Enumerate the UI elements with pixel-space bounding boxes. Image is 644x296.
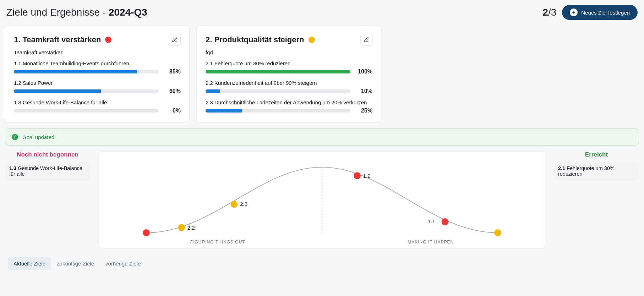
kr-progress-fill — [206, 70, 350, 73]
kr-progress-fill — [206, 89, 220, 93]
kr-progress-fill — [14, 70, 137, 73]
svg-text:1.1: 1.1 — [428, 218, 435, 224]
goal-cards-row: 1. Teamkraft verstärken Teamkraft verstä… — [5, 26, 639, 123]
edit-icon — [172, 37, 178, 43]
done-item[interactable]: 2.1 Fehlerquote um 30% reduzieren — [554, 162, 639, 180]
chart-right-label: MAKING IT HAPPEN — [408, 240, 454, 245]
done-title: Erreicht — [554, 151, 639, 158]
kr-id: 2.1 — [558, 165, 565, 171]
svg-text:2.2: 2.2 — [187, 225, 195, 231]
kr-label: 2.2 Kundenzufriedenheit auf über 90% ste… — [206, 80, 372, 86]
page-title: Ziele und Ergebnisse - 2024-Q3 — [6, 7, 147, 18]
page-header: Ziele und Ergebnisse - 2024-Q3 2/3 + Neu… — [5, 5, 639, 20]
goal-title: 1. Teamkraft verstärken — [14, 35, 101, 44]
svg-point-6 — [354, 172, 361, 179]
not-started-column: Noch nicht begonnen 1.3 Gesunde Work-Lif… — [5, 151, 90, 180]
success-alert: i Goal updated! — [5, 128, 639, 146]
edit-goal-button[interactable] — [360, 34, 372, 46]
goal-period-tabs: Aktuelle Ziele zukünftige Ziele vorherig… — [5, 256, 639, 272]
tab-current-goals[interactable]: Aktuelle Ziele — [8, 257, 51, 270]
key-result: 2.2 Kundenzufriedenheit auf über 90% ste… — [206, 80, 372, 94]
kr-progress-bar — [206, 70, 350, 73]
kr-label: 2.3 Durchschnittliche Ladezeiten der Anw… — [206, 99, 372, 105]
kr-progress-bar — [206, 89, 350, 93]
info-icon: i — [12, 134, 18, 140]
goal-title: 2. Produktqualität steigern — [206, 35, 304, 44]
kr-label: 1.3 Gesunde Work-Life-Balance für alle — [14, 99, 181, 105]
curve-svg: 2.2 2.3 1.2 1.1 — [109, 159, 535, 237]
kr-progress-bar — [14, 89, 159, 93]
key-result: 1.1 Monatliche Teambuilding-Events durch… — [14, 60, 181, 75]
key-result: 1.3 Gesunde Work-Life-Balance für alle 0… — [14, 99, 181, 114]
plus-icon: + — [570, 9, 578, 16]
tab-previous-goals[interactable]: vorherige Ziele — [100, 257, 146, 270]
key-result: 2.1 Fehlerquote um 30% reduzieren 100% — [206, 60, 372, 75]
kr-label: 1.1 Monatliche Teambuilding-Events durch… — [14, 60, 181, 66]
kr-percent: 85% — [164, 68, 181, 75]
kr-percent: 25% — [356, 108, 372, 114]
kr-progress-fill — [206, 109, 242, 113]
kr-text: Fehlerquote um 30% reduzieren — [558, 165, 615, 177]
page-title-prefix: Ziele und Ergebnisse - — [6, 7, 109, 18]
key-result: 1.2 Sales Power 60% — [14, 80, 181, 94]
svg-point-1 — [143, 229, 150, 236]
alert-text: Goal updated! — [22, 134, 56, 140]
kr-label: 1.2 Sales Power — [14, 80, 181, 86]
goal-counter-total: /3 — [548, 7, 556, 18]
not-started-item[interactable]: 1.3 Gesunde Work-Life-Balance für alle — [5, 162, 90, 180]
kr-percent: 10% — [356, 88, 372, 94]
status-dot-icon — [309, 37, 315, 43]
svg-point-10 — [494, 229, 501, 236]
svg-point-4 — [231, 201, 238, 208]
goal-card: 1. Teamkraft verstärken Teamkraft verstä… — [5, 26, 190, 123]
goal-card: 2. Produktqualität steigern fgd 2.1 Fehl… — [197, 26, 381, 123]
kr-progress-bar — [206, 109, 350, 113]
kr-percent: 60% — [164, 88, 181, 94]
kr-progress-bar — [14, 109, 159, 113]
goal-counter-current: 2 — [542, 7, 548, 18]
kr-progress-fill — [14, 89, 101, 93]
chart-left-label: FIGURING THINGS OUT — [190, 240, 245, 245]
page-title-period: 2024-Q3 — [109, 7, 147, 18]
progress-curve-chart: 2.2 2.3 1.2 1.1 FIGURING THINGS OUT MAKI… — [99, 151, 545, 248]
new-goal-label: Neues Ziel festlegen — [581, 10, 630, 16]
svg-text:2.3: 2.3 — [240, 201, 247, 207]
svg-text:1.2: 1.2 — [363, 173, 371, 179]
kr-percent: 0% — [164, 108, 181, 114]
header-right: 2/3 + Neues Ziel festlegen — [542, 5, 638, 20]
goal-counter: 2/3 — [542, 7, 556, 18]
done-column: Erreicht 2.1 Fehlerquote um 30% reduzier… — [554, 151, 639, 180]
svg-point-8 — [442, 218, 449, 225]
goal-description: Teamkraft verstärken — [14, 49, 181, 55]
tab-future-goals[interactable]: zukünftige Ziele — [51, 257, 100, 270]
edit-icon — [364, 37, 369, 43]
not-started-title: Noch nicht begonnen — [5, 151, 90, 158]
kr-text: Gesunde Work-Life-Balance für alle — [9, 165, 82, 177]
kr-id: 1.3 — [9, 165, 16, 171]
kr-progress-bar — [14, 70, 159, 73]
kr-percent: 100% — [356, 68, 372, 75]
kr-label: 2.1 Fehlerquote um 30% reduzieren — [206, 60, 372, 66]
progress-visualization: Noch nicht begonnen 1.3 Gesunde Work-Lif… — [5, 151, 639, 248]
new-goal-button[interactable]: + Neues Ziel festlegen — [562, 5, 638, 20]
goal-description: fgd — [206, 49, 372, 55]
key-result: 2.3 Durchschnittliche Ladezeiten der Anw… — [206, 99, 372, 114]
status-dot-icon — [105, 37, 111, 43]
svg-point-2 — [178, 224, 185, 231]
edit-goal-button[interactable] — [169, 34, 181, 46]
